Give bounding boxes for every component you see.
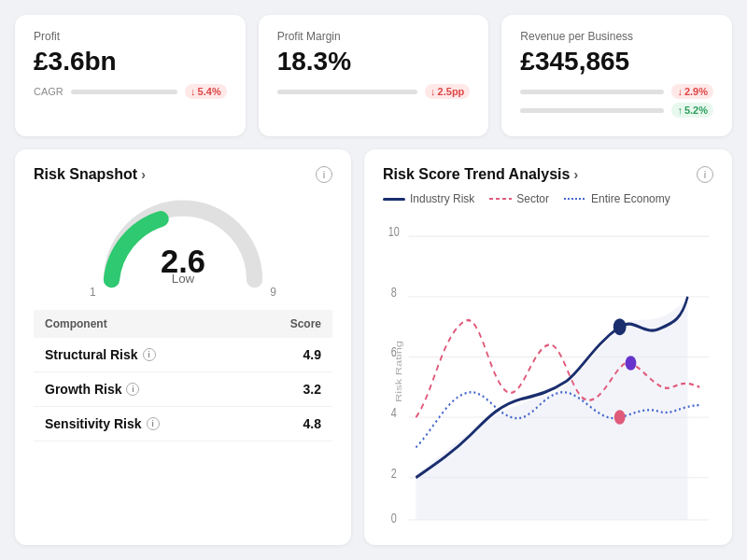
sector-label: Sector bbox=[516, 192, 549, 205]
svg-text:2014: 2014 bbox=[472, 526, 495, 528]
gauge-scale: 1 9 bbox=[90, 286, 276, 299]
revenue-bar-2 bbox=[520, 108, 664, 113]
profit-bar bbox=[71, 90, 177, 94]
trend-title[interactable]: Risk Score Trend Analysis › bbox=[383, 166, 578, 183]
profit-margin-bar bbox=[277, 90, 417, 94]
growth-risk-cell: Growth Risk i bbox=[34, 372, 248, 407]
arrow-down-icon-3: ↓ bbox=[677, 86, 683, 97]
profit-margin-badge: ↓ 2.5pp bbox=[425, 84, 470, 99]
profit-badge: ↓ 5.4% bbox=[185, 84, 227, 99]
risk-snapshot-info-icon[interactable]: i bbox=[316, 166, 332, 183]
profit-label: Profit bbox=[34, 30, 227, 43]
svg-text:2022: 2022 bbox=[609, 526, 631, 528]
trend-info-icon[interactable]: i bbox=[697, 166, 713, 183]
profit-margin-label: Profit Margin bbox=[277, 30, 471, 43]
table-row: Sensitivity Risk i 4.8 bbox=[34, 407, 332, 441]
profit-margin-value: 18.3% bbox=[277, 47, 471, 77]
table-row: Growth Risk i 3.2 bbox=[34, 372, 332, 407]
profit-value: £3.6bn bbox=[34, 47, 227, 77]
legend-industry-risk: Industry Risk bbox=[383, 192, 474, 205]
gauge-container: 2.6 Low 1 9 bbox=[34, 190, 332, 299]
svg-text:Risk Rating: Risk Rating bbox=[393, 341, 402, 402]
industry-risk-dot bbox=[613, 318, 627, 335]
risk-snapshot-card: Risk Snapshot › i 2.6 Low 1 9 bbox=[15, 149, 351, 545]
svg-text:2026: 2026 bbox=[676, 526, 698, 528]
arrow-up-icon: ↑ bbox=[677, 105, 683, 116]
industry-risk-line-icon bbox=[383, 198, 405, 201]
trend-analysis-card: Risk Score Trend Analysis › i Industry R… bbox=[364, 149, 732, 545]
structural-risk-cell: Structural Risk i bbox=[34, 338, 248, 372]
gauge-label-text: Low bbox=[172, 272, 195, 286]
sector-line-icon bbox=[489, 195, 512, 203]
growth-risk-info-icon[interactable]: i bbox=[126, 383, 139, 396]
profit-cagr-label: CAGR bbox=[34, 86, 63, 97]
risk-snapshot-chevron-icon: › bbox=[141, 167, 146, 182]
arrow-down-icon: ↓ bbox=[190, 86, 196, 97]
trend-chevron-icon: › bbox=[573, 167, 578, 182]
economy-dot bbox=[614, 410, 626, 425]
component-header: Component bbox=[34, 310, 248, 338]
economy-line-icon bbox=[564, 195, 586, 203]
legend-entire-economy: Entire Economy bbox=[564, 192, 670, 205]
svg-text:2: 2 bbox=[391, 466, 397, 481]
arrow-down-icon-2: ↓ bbox=[430, 86, 436, 97]
score-header: Score bbox=[248, 310, 332, 338]
profit-margin-card: Profit Margin 18.3% ↓ 2.5pp bbox=[259, 15, 489, 136]
revenue-per-business-card: Revenue per Business £345,865 ↓ 2.9% ↑ 5… bbox=[501, 15, 732, 136]
trend-chart-svg: 10 8 6 4 2 0 Risk Rating 2010 2014 2018 bbox=[383, 215, 713, 528]
revenue-value: £345,865 bbox=[520, 47, 713, 77]
svg-text:2018: 2018 bbox=[542, 526, 564, 528]
svg-text:8: 8 bbox=[391, 285, 397, 300]
risk-snapshot-title[interactable]: Risk Snapshot › bbox=[34, 166, 146, 183]
structural-risk-info-icon[interactable]: i bbox=[143, 348, 156, 361]
revenue-label: Revenue per Business bbox=[520, 30, 713, 43]
entire-economy-label: Entire Economy bbox=[591, 192, 670, 205]
industry-risk-label: Industry Risk bbox=[410, 192, 474, 205]
bottom-section: Risk Snapshot › i 2.6 Low 1 9 bbox=[15, 149, 732, 545]
chart-legend: Industry Risk Sector Entire Economy bbox=[383, 192, 713, 205]
gauge-svg: 2.6 Low bbox=[90, 190, 276, 293]
svg-text:0: 0 bbox=[391, 511, 397, 525]
revenue-badge-up: ↑ 5.2% bbox=[671, 103, 713, 118]
sector-dot bbox=[626, 356, 637, 371]
svg-text:2010: 2010 bbox=[404, 526, 427, 528]
revenue-bar-1 bbox=[520, 90, 664, 94]
chart-area: 10 8 6 4 2 0 Risk Rating 2010 2014 2018 bbox=[383, 215, 713, 528]
gauge-min: 1 bbox=[90, 286, 96, 299]
risk-snapshot-header: Risk Snapshot › i bbox=[34, 166, 332, 183]
risk-table: Component Score Structural Risk i 4.9 bbox=[34, 310, 332, 441]
table-row: Structural Risk i 4.9 bbox=[34, 338, 332, 372]
gauge-max: 9 bbox=[270, 286, 276, 299]
sensitivity-risk-score: 4.8 bbox=[248, 407, 332, 441]
sensitivity-risk-cell: Sensitivity Risk i bbox=[34, 407, 248, 441]
svg-text:10: 10 bbox=[388, 225, 400, 240]
svg-text:4: 4 bbox=[391, 406, 397, 421]
top-cards-row: Profit £3.6bn CAGR ↓ 5.4% Profit Margin … bbox=[15, 15, 732, 136]
risk-table-header-row: Component Score bbox=[34, 310, 332, 338]
sensitivity-risk-info-icon[interactable]: i bbox=[147, 417, 160, 430]
legend-sector: Sector bbox=[489, 192, 549, 205]
growth-risk-score: 3.2 bbox=[248, 372, 332, 407]
profit-card: Profit £3.6bn CAGR ↓ 5.4% bbox=[15, 15, 246, 136]
revenue-badge-down: ↓ 2.9% bbox=[671, 84, 713, 99]
structural-risk-score: 4.9 bbox=[248, 338, 332, 372]
trend-header: Risk Score Trend Analysis › i bbox=[383, 166, 713, 183]
